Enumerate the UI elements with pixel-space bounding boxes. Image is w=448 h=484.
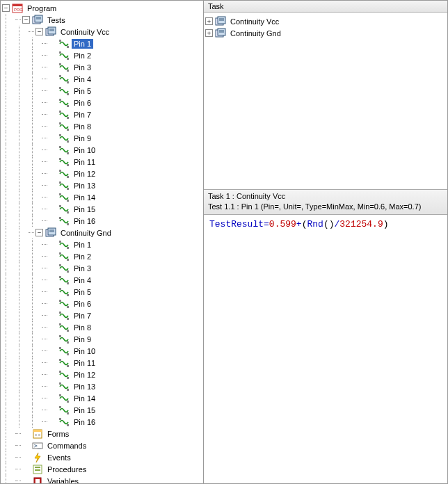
svg-rect-42 <box>67 223 69 225</box>
expander-blank <box>49 217 56 225</box>
program-tree-panel: −PRGProgram−Tests−Continuity VccPin 1Pin… <box>1 1 204 483</box>
collapse-icon[interactable]: − <box>2 4 10 12</box>
pin-icon <box>58 38 70 49</box>
tree-node-commands[interactable]: >_Commands <box>2 439 203 451</box>
variables-icon <box>32 476 43 484</box>
svg-rect-21 <box>59 99 61 101</box>
tree-node-pin-1-2[interactable]: Pin 3 <box>2 262 203 274</box>
tree-node-pin-0-2[interactable]: Pin 3 <box>2 61 203 73</box>
tree-node-pin-0-14[interactable]: Pin 15 <box>2 203 203 215</box>
tree-node-pin-0-1[interactable]: Pin 2 <box>2 49 203 61</box>
tree-node-pin-0-9[interactable]: Pin 10 <box>2 144 203 156</box>
tree-node-events[interactable]: Events <box>2 451 203 463</box>
tree-node-pin-0-11[interactable]: Pin 12 <box>2 168 203 179</box>
pin-icon <box>58 417 70 428</box>
task-item-1[interactable]: +Continuity Gnd <box>205 27 446 39</box>
svg-rect-28 <box>67 140 69 143</box>
tree-node-pin-1-9[interactable]: Pin 10 <box>2 345 203 357</box>
task-item-0[interactable]: +Continuity Vcc <box>205 15 446 27</box>
program-tree[interactable]: −PRGProgram−Tests−Continuity VccPin 1Pin… <box>1 1 203 483</box>
tree-label: Pin 2 <box>72 51 93 60</box>
tree-node-pin-0-4[interactable]: Pin 5 <box>2 85 203 97</box>
tree-node-program[interactable]: −PRGProgram <box>2 2 203 14</box>
tree-node-pin-0-10[interactable]: Pin 11 <box>2 156 203 168</box>
tree-node-pin-0-12[interactable]: Pin 13 <box>2 179 203 191</box>
tree-node-group-1[interactable]: −Continuity Gnd <box>2 227 203 239</box>
svg-rect-16 <box>67 70 69 72</box>
expander-blank <box>49 205 56 213</box>
tree-label: Pin 6 <box>72 299 93 309</box>
tree-node-pin-1-5[interactable]: Pin 6 <box>2 298 203 309</box>
svg-rect-32 <box>67 164 69 166</box>
svg-rect-80 <box>33 430 42 432</box>
tree-node-pin-1-12[interactable]: Pin 13 <box>2 380 203 392</box>
tree-node-tests[interactable]: −Tests <box>2 14 203 26</box>
pin-icon <box>58 346 70 357</box>
tree-node-pin-1-11[interactable]: Pin 12 <box>2 369 203 380</box>
code-editor[interactable]: TestResult=0.599+(Rnd()/321254.9) <box>204 215 447 483</box>
collapse-icon[interactable]: − <box>35 229 43 236</box>
tree-label: Pin 10 <box>72 145 97 155</box>
task-tree[interactable]: +Continuity Vcc+Continuity Gnd <box>204 13 447 189</box>
tree-node-pin-0-13[interactable]: Pin 14 <box>2 191 203 203</box>
tree-node-pin-0-7[interactable]: Pin 8 <box>2 120 203 132</box>
tree-node-procedures[interactable]: Procedures <box>2 463 203 475</box>
tree-label: Pin 7 <box>72 110 93 120</box>
expander-blank <box>49 51 56 59</box>
procedures-icon <box>32 464 43 475</box>
tree-node-pin-1-4[interactable]: Pin 5 <box>2 286 203 298</box>
tree-node-pin-1-7[interactable]: Pin 8 <box>2 321 203 333</box>
tree-node-pin-1-8[interactable]: Pin 9 <box>2 333 203 345</box>
svg-rect-71 <box>59 382 61 385</box>
app-root: −PRGProgram−Tests−Continuity VccPin 1Pin… <box>0 0 448 484</box>
svg-rect-75 <box>59 406 61 408</box>
tree-node-pin-0-6[interactable]: Pin 7 <box>2 108 203 120</box>
pin-icon <box>58 322 70 333</box>
svg-rect-53 <box>59 276 61 278</box>
svg-rect-23 <box>59 111 61 113</box>
tree-label: Pin 6 <box>72 98 93 108</box>
tree-node-pin-1-0[interactable]: Pin 1 <box>2 239 203 250</box>
expand-icon[interactable]: + <box>205 29 213 37</box>
tree-node-pin-0-8[interactable]: Pin 9 <box>2 132 203 144</box>
expander-blank <box>49 418 56 426</box>
task-panel-title: Task <box>204 1 447 13</box>
tree-node-pin-0-0[interactable]: Pin 1 <box>2 38 203 49</box>
expander-blank <box>49 193 56 201</box>
pin-icon <box>58 298 70 309</box>
expander-blank <box>49 312 56 319</box>
expander-blank <box>49 99 56 106</box>
svg-rect-35 <box>59 182 61 184</box>
tree-node-pin-1-14[interactable]: Pin 15 <box>2 404 203 416</box>
svg-rect-51 <box>59 264 61 266</box>
tree-node-pin-1-13[interactable]: Pin 14 <box>2 392 203 404</box>
expander-blank <box>22 430 30 437</box>
svg-rect-60 <box>67 318 69 320</box>
tree-node-group-0[interactable]: −Continuity Vcc <box>2 26 203 38</box>
pin-icon <box>58 86 70 97</box>
collapse-icon[interactable]: − <box>22 16 30 24</box>
tree-node-pin-1-15[interactable]: Pin 16 <box>2 416 203 428</box>
svg-rect-82 <box>38 434 40 436</box>
pin-icon <box>58 310 70 321</box>
expander-blank <box>49 252 56 260</box>
tree-node-pin-1-6[interactable]: Pin 7 <box>2 309 203 321</box>
svg-rect-12 <box>67 46 69 48</box>
tree-node-pin-0-3[interactable]: Pin 4 <box>2 73 203 85</box>
events-icon <box>32 452 43 463</box>
svg-rect-77 <box>59 418 61 420</box>
tree-node-pin-0-15[interactable]: Pin 16 <box>2 215 203 227</box>
pin-icon <box>58 369 70 380</box>
tree-label: Pin 2 <box>72 252 93 261</box>
tree-node-forms[interactable]: Forms <box>2 428 203 439</box>
collapse-icon[interactable]: − <box>35 28 43 35</box>
svg-rect-26 <box>67 129 69 131</box>
tree-node-pin-1-10[interactable]: Pin 11 <box>2 357 203 369</box>
tree-node-pin-0-5[interactable]: Pin 6 <box>2 97 203 108</box>
tree-node-pin-1-3[interactable]: Pin 4 <box>2 274 203 286</box>
tree-label: Pin 9 <box>72 334 93 344</box>
tree-node-variables[interactable]: Variables <box>2 475 203 483</box>
expand-icon[interactable]: + <box>205 17 213 25</box>
tree-node-pin-1-1[interactable]: Pin 2 <box>2 250 203 262</box>
expander-blank <box>49 146 56 154</box>
